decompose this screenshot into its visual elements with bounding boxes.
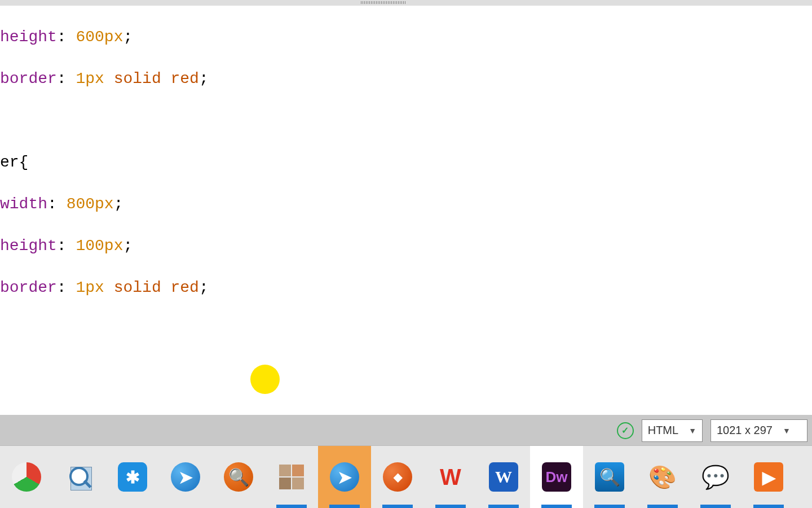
taskbar-item-photos[interactable]: [265, 446, 318, 508]
code-editor[interactable]: height: 600px; border: 1px solid red; er…: [0, 6, 812, 415]
status-bar: HTML ▼ 1021 x 297 ▼: [0, 415, 812, 446]
language-selector[interactable]: HTML ▼: [642, 419, 703, 442]
dingtalk-icon: ➤: [330, 462, 359, 492]
validation-ok-icon[interactable]: [617, 422, 634, 439]
chevron-down-icon: ▼: [689, 426, 696, 435]
word-icon: W: [489, 462, 518, 492]
star-icon: ✱: [118, 462, 147, 492]
taskbar-item-star-app[interactable]: ✱: [106, 446, 159, 508]
diamond-icon: [383, 462, 412, 492]
taskbar-item-tuji[interactable]: [0, 446, 53, 508]
windows-taskbar[interactable]: ✱ ➤ 🔍 ➤ W W Dw 🔍 🎨 💬 ▶: [0, 445, 812, 508]
taskbar-item-everything[interactable]: 🔍: [212, 446, 265, 508]
play-icon: ▶: [754, 462, 783, 492]
language-label: HTML: [648, 424, 678, 437]
taskbar-item-dreamweaver[interactable]: Dw: [530, 446, 583, 508]
magnifier-page-icon: [67, 465, 92, 489]
taskbar-item-image-viewer[interactable]: 🔍: [583, 446, 636, 508]
wps-icon: W: [436, 462, 465, 492]
chevron-down-icon: ▼: [783, 426, 791, 435]
dingtalk-icon: ➤: [171, 462, 200, 492]
wechat-icon: 💬: [701, 462, 730, 492]
window-drag-handle[interactable]: [0, 0, 812, 6]
taskbar-item-paint[interactable]: 🎨: [636, 446, 689, 508]
taskbar-item-wechat[interactable]: 💬: [689, 446, 742, 508]
tuji-icon: [12, 462, 41, 492]
taskbar-item-page-viewer[interactable]: [53, 446, 106, 508]
viewport-size-selector[interactable]: 1021 x 297 ▼: [710, 419, 807, 442]
taskbar-item-wps[interactable]: W: [424, 446, 477, 508]
taskbar-item-dingtalk[interactable]: ➤: [159, 446, 212, 508]
paint-icon: 🎨: [648, 462, 677, 492]
cursor-highlight-indicator: [250, 365, 280, 394]
code-token: height: [0, 28, 57, 46]
taskbar-item-video-player[interactable]: ▶: [742, 446, 795, 508]
photos-icon: [279, 465, 304, 489]
image-viewer-icon: 🔍: [595, 462, 624, 492]
taskbar-item-diamond[interactable]: [371, 446, 424, 508]
viewport-size-label: 1021 x 297: [717, 424, 773, 437]
search-icon: 🔍: [224, 462, 253, 492]
taskbar-item-word[interactable]: W: [477, 446, 530, 508]
dreamweaver-icon: Dw: [542, 462, 571, 492]
taskbar-item-dingtalk-active[interactable]: ➤: [318, 446, 371, 508]
